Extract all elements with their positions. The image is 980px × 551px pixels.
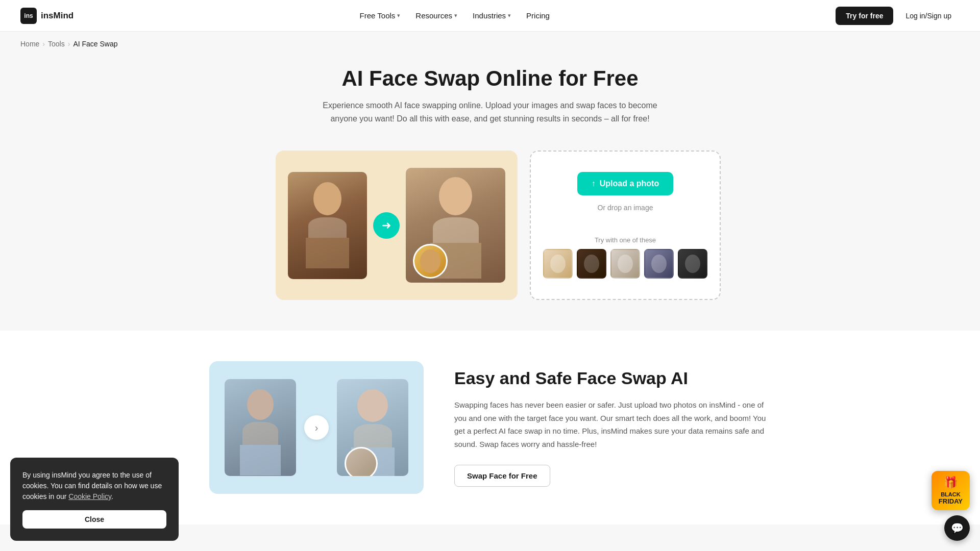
- upload-icon: ↑: [592, 179, 596, 188]
- section2-description: Swapping faces has never been easier or …: [454, 398, 771, 450]
- s2-images: ›: [225, 379, 408, 476]
- sample-label: Try with one of these: [543, 236, 707, 244]
- hero-description: Experience smooth AI face swapping onlin…: [311, 99, 669, 125]
- chevron-down-icon: ▾: [397, 12, 400, 19]
- black-friday-bottom: FRIDAY: [939, 497, 963, 505]
- tool-area: ➜ ↑ Upload a photo Or drop an image Tr: [235, 151, 745, 300]
- black-friday-badge[interactable]: 🎁 BLACK FRIDAY: [932, 471, 970, 510]
- upload-photo-button[interactable]: ↑ Upload a photo: [577, 172, 673, 195]
- cookie-text: By using insMind you agree to the use of…: [22, 470, 166, 502]
- nav-industries[interactable]: Industries ▾: [465, 7, 518, 24]
- sample-thumb-3[interactable]: [610, 249, 640, 279]
- breadcrumb-sep-1: ›: [42, 40, 45, 48]
- nav-links: Free Tools ▾ Resources ▾ Industries ▾ Pr…: [353, 7, 557, 24]
- nav-pricing[interactable]: Pricing: [519, 7, 557, 24]
- swap-face-button[interactable]: Swap Face for Free: [454, 465, 550, 487]
- black-friday-top: BLACK: [939, 491, 963, 497]
- sample-thumb-5[interactable]: [678, 249, 707, 279]
- s2-before: [225, 379, 296, 476]
- sample-thumbs: [543, 249, 707, 279]
- login-button[interactable]: Log in/Sign up: [897, 7, 960, 25]
- logo-icon: ins: [20, 8, 37, 24]
- chevron-down-icon: ▾: [508, 12, 511, 19]
- s2-after: [337, 379, 408, 476]
- arrow-right-icon: ➜: [373, 212, 400, 239]
- cookie-banner: By using insMind you agree to the use of…: [10, 458, 179, 524]
- breadcrumb-tools[interactable]: Tools: [48, 40, 65, 48]
- navbar: ins insMind Free Tools ▾ Resources ▾ Ind…: [0, 0, 980, 32]
- drop-text: Or drop an image: [598, 204, 653, 212]
- demo-panel: ➜: [276, 151, 518, 300]
- nav-actions: Try for free Log in/Sign up: [836, 7, 960, 25]
- nav-resources[interactable]: Resources ▾: [408, 7, 464, 24]
- face-bubble: [413, 244, 448, 279]
- chat-icon: 💬: [951, 522, 964, 524]
- s2-face-bubble: [345, 447, 378, 476]
- breadcrumb-sep-2: ›: [68, 40, 70, 48]
- s2-arrow-icon: ›: [304, 415, 329, 440]
- hero-section: AI Face Swap Online for Free Experience …: [0, 56, 980, 151]
- upload-panel: ↑ Upload a photo Or drop an image Try wi…: [530, 151, 721, 300]
- cookie-close-button[interactable]: Close: [22, 510, 166, 524]
- cookie-policy-link[interactable]: Cookie Policy: [68, 492, 111, 500]
- demo-before-image: [288, 172, 367, 279]
- nav-free-tools[interactable]: Free Tools ▾: [353, 7, 408, 24]
- sample-thumb-2[interactable]: [577, 249, 606, 279]
- breadcrumb-home[interactable]: Home: [20, 40, 39, 48]
- breadcrumb: Home › Tools › AI Face Swap: [0, 32, 980, 56]
- chevron-down-icon: ▾: [454, 12, 457, 19]
- section2-title: Easy and Safe Face Swap AI: [454, 368, 771, 388]
- section2-text: Easy and Safe Face Swap AI Swapping face…: [454, 368, 771, 487]
- demo-images: ➜: [288, 168, 505, 283]
- try-for-free-button[interactable]: Try for free: [836, 7, 893, 25]
- section2-demo: ›: [209, 361, 424, 494]
- gift-icon: 🎁: [939, 476, 963, 489]
- hero-title: AI Face Swap Online for Free: [20, 66, 960, 91]
- sample-thumb-1[interactable]: [543, 249, 573, 279]
- sample-thumb-4[interactable]: [644, 249, 674, 279]
- demo-after-image: [406, 168, 505, 283]
- section2-inner: › Easy and Safe Face Swap AI Swapping fa…: [209, 361, 771, 494]
- breadcrumb-current: AI Face Swap: [73, 40, 117, 48]
- logo[interactable]: ins insMind: [20, 8, 74, 24]
- logo-text: insMind: [41, 11, 74, 21]
